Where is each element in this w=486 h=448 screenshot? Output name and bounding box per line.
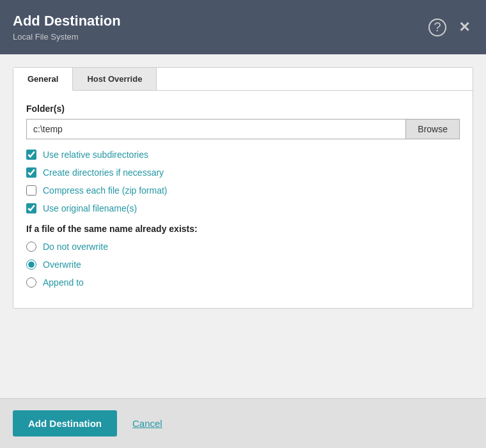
radio-no-overwrite: Do not overwrite: [26, 242, 460, 252]
overwrite-radio[interactable]: [26, 259, 36, 270]
dialog-footer: Add Destination Cancel: [0, 398, 486, 448]
folder-input[interactable]: [26, 119, 405, 139]
tab-general[interactable]: General: [13, 68, 73, 91]
folders-label: Folder(s): [26, 104, 460, 114]
use-relative-label[interactable]: Use relative subdirectories: [43, 150, 148, 160]
append-radio[interactable]: [26, 277, 36, 288]
overwrite-label[interactable]: Overwrite: [43, 259, 81, 270]
tab-host-override[interactable]: Host Override: [73, 68, 157, 90]
use-relative-checkbox[interactable]: [26, 150, 36, 160]
checkbox-create-dirs: Create directories if necessary: [26, 167, 460, 178]
dialog-body: General Host Override Folder(s) Browse U…: [0, 54, 486, 398]
no-overwrite-label[interactable]: Do not overwrite: [43, 242, 108, 252]
tab-container: General Host Override Folder(s) Browse U…: [13, 67, 473, 309]
tabs: General Host Override: [13, 68, 473, 91]
conflict-label: If a file of the same name already exist…: [26, 224, 460, 234]
folder-row: Browse: [26, 119, 460, 139]
dialog-title: Add Destination: [13, 13, 121, 29]
checkbox-use-relative: Use relative subdirectories: [26, 150, 460, 160]
create-dirs-label[interactable]: Create directories if necessary: [43, 167, 164, 178]
use-original-checkbox[interactable]: [26, 203, 36, 213]
radio-append: Append to: [26, 277, 460, 288]
add-destination-dialog: Add Destination Local File System ? ✕ Ge…: [0, 0, 486, 448]
checkbox-compress: Compress each file (zip format): [26, 185, 460, 196]
use-original-label[interactable]: Use original filename(s): [43, 203, 137, 213]
add-destination-button[interactable]: Add Destination: [13, 410, 117, 436]
browse-button[interactable]: Browse: [405, 119, 460, 139]
create-dirs-checkbox[interactable]: [26, 167, 36, 178]
close-icon[interactable]: ✕: [455, 19, 473, 36]
checkbox-use-original: Use original filename(s): [26, 203, 460, 213]
append-label[interactable]: Append to: [43, 277, 84, 288]
dialog-header: Add Destination Local File System ? ✕: [0, 0, 486, 54]
cancel-button[interactable]: Cancel: [132, 418, 162, 429]
dialog-subtitle: Local File System: [13, 32, 121, 42]
radio-overwrite: Overwrite: [26, 259, 460, 270]
tab-general-content: Folder(s) Browse Use relative subdirecto…: [13, 91, 473, 308]
compress-checkbox[interactable]: [26, 185, 36, 196]
no-overwrite-radio[interactable]: [26, 242, 36, 252]
compress-label[interactable]: Compress each file (zip format): [43, 185, 168, 196]
help-icon[interactable]: ?: [428, 19, 446, 36]
header-icons: ? ✕: [428, 19, 473, 36]
header-title-area: Add Destination Local File System: [13, 13, 121, 42]
